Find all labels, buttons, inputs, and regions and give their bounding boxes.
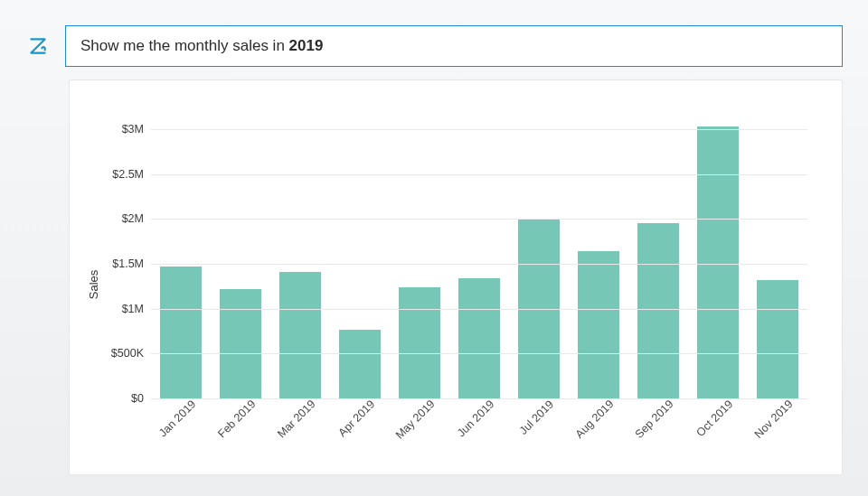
y-tick-label: $500K — [95, 347, 144, 360]
y-tick-label: $1M — [95, 303, 144, 315]
x-tick-label: Mar 2019 — [276, 398, 318, 440]
y-tick-label: $1.5M — [95, 257, 144, 270]
query-text-prefix: Show me the monthly sales in — [80, 37, 289, 54]
gridline — [151, 129, 807, 130]
bar[interactable] — [399, 287, 440, 398]
chart-wrap: Sales $0$500K$1M$1.5M$2M$2.5M$3MJan 2019… — [79, 102, 826, 467]
zia-logo-icon — [25, 33, 51, 59]
x-tick-label: Feb 2019 — [216, 398, 259, 440]
y-tick-label: $2M — [95, 212, 144, 225]
y-tick-label: $0 — [95, 392, 144, 405]
bar[interactable] — [279, 272, 321, 398]
bar[interactable] — [160, 267, 202, 398]
gridline — [151, 309, 807, 310]
x-tick-label: Aug 2019 — [573, 398, 617, 441]
x-tick-label: Jan 2019 — [156, 398, 198, 439]
gridline — [151, 264, 807, 265]
bar[interactable] — [458, 278, 500, 398]
bar[interactable] — [578, 251, 619, 398]
query-row: Show me the monthly sales in 2019 — [25, 25, 843, 67]
bar[interactable] — [637, 223, 679, 398]
query-input[interactable]: Show me the monthly sales in 2019 — [65, 25, 843, 67]
gridline — [151, 353, 807, 354]
x-tick-label: May 2019 — [393, 398, 438, 442]
query-text-bold: 2019 — [289, 37, 324, 54]
x-tick-label: Sep 2019 — [633, 398, 676, 441]
x-tick-label: Jul 2019 — [517, 398, 556, 436]
bar[interactable] — [220, 289, 261, 398]
bar[interactable] — [697, 126, 739, 398]
y-tick-label: $3M — [95, 123, 144, 136]
y-tick-label: $2.5M — [95, 168, 144, 181]
chart-plot-area: $0$500K$1M$1.5M$2M$2.5M$3MJan 2019Feb 20… — [151, 111, 807, 398]
app-frame: Show me the monthly sales in 2019 Sales … — [0, 0, 868, 496]
gridline — [151, 174, 807, 175]
x-tick-label: Nov 2019 — [752, 398, 796, 441]
bar[interactable] — [757, 280, 798, 398]
x-tick-label: Jun 2019 — [455, 398, 496, 439]
chart-card: Sales $0$500K$1M$1.5M$2M$2.5M$3MJan 2019… — [69, 80, 843, 475]
x-tick-label: Apr 2019 — [336, 398, 378, 439]
bars-layer — [151, 111, 807, 398]
gridline — [151, 219, 807, 220]
x-tick-label: Oct 2019 — [694, 398, 736, 439]
bar[interactable] — [339, 330, 381, 398]
y-axis-label: Sales — [87, 270, 100, 300]
